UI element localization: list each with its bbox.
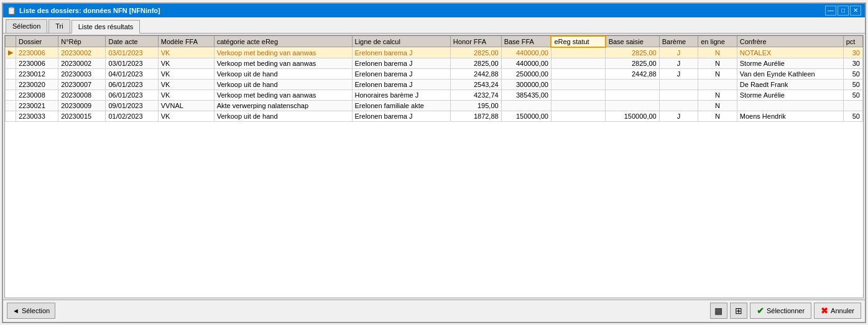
cell-en-ligne: N: [698, 101, 737, 111]
cell-bareme: J: [659, 58, 698, 69]
cell-bareme: J: [659, 111, 698, 122]
export-icon-button[interactable]: ⊞: [730, 303, 747, 319]
cell-categorie: Verkoop uit de hand: [214, 80, 352, 90]
tab-bar: Sélection Tri Liste des résultats: [3, 17, 865, 34]
cell-nrep: 20230003: [58, 69, 106, 80]
cell-honor-ffa: 2825,00: [450, 47, 501, 58]
cell-pct: 50: [843, 90, 862, 101]
cell-dossier: 2230021: [16, 101, 58, 111]
col-pct[interactable]: pct: [843, 36, 862, 47]
cell-base-saisie: [606, 90, 660, 101]
cell-bareme: J: [659, 69, 698, 80]
minimize-button[interactable]: —: [825, 6, 836, 16]
cell-modele-ffa: VVNAL: [158, 101, 214, 111]
cell-categorie: Verkoop uit de hand: [214, 69, 352, 80]
cell-modele-ffa: VK: [158, 111, 214, 122]
cell-base-saisie: 2825,00: [606, 58, 660, 69]
cell-ligne-calcul: Erelonen barema J: [352, 80, 450, 90]
nav-back-label: Sélection: [22, 307, 50, 314]
table-container[interactable]: Dossier N°Rép Date acte Modèle FFA catég…: [4, 35, 864, 298]
row-indicator: [6, 111, 16, 122]
col-bareme[interactable]: Barème: [659, 36, 698, 47]
col-honor-ffa[interactable]: Honor FFA: [450, 36, 501, 47]
cancel-crossmark: ✖: [821, 306, 828, 316]
cell-pct: 50: [843, 80, 862, 90]
col-confrere[interactable]: Confrère: [737, 36, 843, 47]
cell-ligne-calcul: Erelonen familiale akte: [352, 101, 450, 111]
col-categorie[interactable]: catégorie acte eReg: [214, 36, 352, 47]
cell-confrere: Storme Aurélie: [737, 90, 843, 101]
cell-en-ligne: N: [698, 69, 737, 80]
select-button[interactable]: ✔ Sélectionner: [750, 303, 811, 319]
nav-back-button[interactable]: ◄ Sélection: [7, 303, 55, 319]
cell-pct: 50: [843, 111, 862, 122]
tab-liste-resultats[interactable]: Liste des résultats: [72, 20, 141, 34]
cell-nrep: 20230002: [58, 47, 106, 58]
col-nrep[interactable]: N°Rép: [58, 36, 106, 47]
cell-date-acte: 09/01/2023: [106, 101, 158, 111]
footer-bar: ◄ Sélection ▦ ⊞ ✔ Sélectionner ✖ Annuler: [3, 300, 865, 322]
cell-nrep: 20230007: [58, 80, 106, 90]
cell-base-ffa: [501, 101, 551, 111]
cell-dossier: 2230008: [16, 90, 58, 101]
cell-date-acte: 04/01/2023: [106, 69, 158, 80]
cell-base-saisie: 2825,00: [606, 47, 660, 58]
table-row[interactable]: 22300332023001501/02/2023VKVerkoop uit d…: [6, 111, 863, 122]
cell-base-ffa: 300000,00: [501, 80, 551, 90]
col-base-ffa[interactable]: Base FFA: [501, 36, 551, 47]
cell-confrere: NOTALEX: [737, 47, 843, 58]
tab-selection[interactable]: Sélection: [6, 19, 47, 33]
col-base-saisie[interactable]: Base saisie: [606, 36, 660, 47]
cell-base-saisie: 150000,00: [606, 111, 660, 122]
data-table: Dossier N°Rép Date acte Modèle FFA catég…: [5, 35, 863, 122]
col-dossier[interactable]: Dossier: [16, 36, 58, 47]
window-icon: 📋: [7, 6, 16, 15]
cancel-label: Annuler: [831, 307, 854, 314]
maximize-button[interactable]: □: [838, 6, 849, 16]
cell-base-ffa: 440000,00: [501, 47, 551, 58]
col-ligne-calcul[interactable]: Ligne de calcul: [352, 36, 450, 47]
tab-tri[interactable]: Tri: [48, 19, 70, 33]
cell-dossier: 2230012: [16, 69, 58, 80]
table-row[interactable]: 22300212023000909/01/2023VVNALAkte verwe…: [6, 101, 863, 111]
col-ereg-statut[interactable]: eReg statut: [551, 36, 605, 47]
cell-ligne-calcul: Honoraires barème J: [352, 90, 450, 101]
cell-nrep: 20230002: [58, 58, 106, 69]
cell-modele-ffa: VK: [158, 80, 214, 90]
cell-ereg-statut: [551, 80, 605, 90]
grid-icon-button[interactable]: ▦: [710, 303, 727, 319]
col-en-ligne[interactable]: en ligne: [698, 36, 737, 47]
cell-confrere: Moens Hendrik: [737, 111, 843, 122]
cell-honor-ffa: 2442,88: [450, 69, 501, 80]
cell-nrep: 20230009: [58, 101, 106, 111]
cell-dossier: 2230020: [16, 80, 58, 90]
close-button[interactable]: ✕: [850, 6, 861, 16]
cell-bareme: [659, 90, 698, 101]
cell-ereg-statut: [551, 101, 605, 111]
cell-base-ffa: 440000,00: [501, 58, 551, 69]
main-window: 📋 Liste des dossiers: données NFN [NFNin…: [2, 2, 866, 323]
table-row[interactable]: 22300062023000203/01/2023VKVerkoop met b…: [6, 58, 863, 69]
cell-modele-ffa: VK: [158, 47, 214, 58]
cancel-button[interactable]: ✖ Annuler: [814, 303, 861, 319]
table-row[interactable]: 22300082023000806/01/2023VKVerkoop met b…: [6, 90, 863, 101]
main-content: Dossier N°Rép Date acte Modèle FFA catég…: [3, 34, 865, 300]
cell-base-saisie: [606, 101, 660, 111]
col-date-acte[interactable]: Date acte: [106, 36, 158, 47]
cell-en-ligne: [698, 80, 737, 90]
cell-ligne-calcul: Erelonen barema J: [352, 69, 450, 80]
cell-ligne-calcul: Erelonen barema J: [352, 58, 450, 69]
export-icon: ⊞: [735, 306, 742, 316]
table-row[interactable]: 22300202023000706/01/2023VKVerkoop uit d…: [6, 80, 863, 90]
table-row[interactable]: ▶22300062023000203/01/2023VKVerkoop met …: [6, 47, 863, 58]
cell-date-acte: 03/01/2023: [106, 47, 158, 58]
col-modele-ffa[interactable]: Modèle FFA: [158, 36, 214, 47]
cell-date-acte: 01/02/2023: [106, 111, 158, 122]
table-row[interactable]: 22300122023000304/01/2023VKVerkoop uit d…: [6, 69, 863, 80]
cell-ereg-statut: [551, 111, 605, 122]
cell-honor-ffa: 2543,24: [450, 80, 501, 90]
select-checkmark: ✔: [757, 306, 764, 316]
cell-ligne-calcul: Erelonen barema J: [352, 47, 450, 58]
cell-modele-ffa: VK: [158, 69, 214, 80]
cell-base-ffa: 385435,00: [501, 90, 551, 101]
